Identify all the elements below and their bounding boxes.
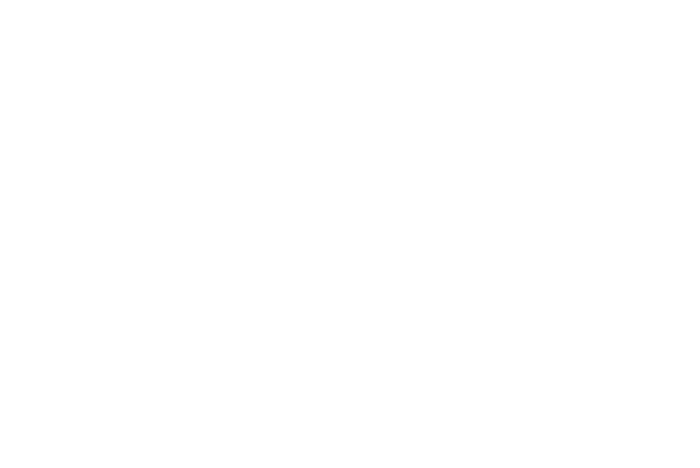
app-window — [8, 8, 692, 306]
histogram-chart — [8, 8, 692, 306]
histogram-body — [8, 8, 692, 306]
tools-panel — [8, 8, 692, 306]
content-area — [8, 8, 692, 306]
